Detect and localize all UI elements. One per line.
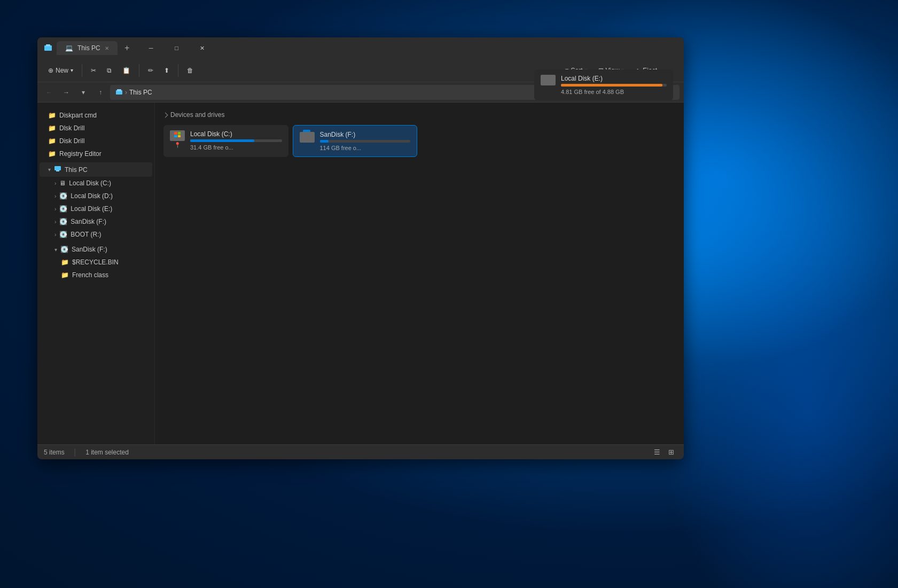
tab-pc-icon: 💻 <box>65 44 73 52</box>
drive-c-space: 31.4 GB free o... <box>190 144 282 151</box>
dropdown-button[interactable]: ▾ <box>76 85 91 100</box>
view-icons: ☰ ⊞ <box>651 446 677 459</box>
drive-f-space: 114 GB free o... <box>320 145 411 151</box>
sidebar-item-this-pc[interactable]: ▾ This PC <box>40 162 152 177</box>
dropdown-icon: ▾ <box>82 89 85 96</box>
cut-button[interactable]: ✂ <box>87 64 100 77</box>
sidebar-item-french-class[interactable]: 📁 French class <box>40 269 152 281</box>
share-icon: ⬆ <box>164 67 169 74</box>
up-button[interactable]: ↑ <box>93 85 108 100</box>
tab-label: This PC <box>77 44 100 52</box>
sidebar-item-local-e[interactable]: › 💽 Local Disk (E:) <box>40 202 152 215</box>
title-bar-icon <box>44 44 52 52</box>
delete-button[interactable]: 🗑 <box>183 64 198 77</box>
new-dropdown-icon: ▾ <box>71 67 73 73</box>
sidebar-item-label: SanDisk (F:) <box>71 218 106 225</box>
sidebar-item-boot-r[interactable]: › 💽 BOOT (R:) <box>40 228 152 241</box>
sandisk-expanded-section: ▾ 💽 SanDisk (F:) 📁 $RECYCLE.BIN 📁 French… <box>37 243 154 281</box>
devices-section-label: Devices and drives <box>170 111 224 119</box>
expand-icon: › <box>54 181 56 186</box>
drive-icon: 💽 <box>59 218 67 225</box>
new-icon: ⊕ <box>48 67 53 74</box>
sidebar-item-diskpart[interactable]: 📁 Diskpart cmd <box>40 109 152 122</box>
drive-icon: 💽 <box>60 246 68 253</box>
svg-rect-3 <box>117 89 121 91</box>
cut-icon: ✂ <box>91 67 96 74</box>
drive-f-name: SanDisk (F:) <box>320 131 411 138</box>
drive-c-name: Local Disk (C:) <box>190 130 282 138</box>
toolbar-sep2 <box>139 64 139 77</box>
sidebar-item-registry[interactable]: 📁 Registry Editor <box>40 147 152 160</box>
paste-button[interactable]: 📋 <box>118 64 135 77</box>
drive-c-icon-area: 📍 <box>170 130 185 148</box>
drive-f-icon-area: ✓ <box>300 131 315 143</box>
expand-icon: ▾ <box>54 247 57 253</box>
drive-item-c[interactable]: 📍 Local Disk (C:) 31.4 GB free o... <box>163 125 288 157</box>
svg-rect-5 <box>56 170 59 171</box>
sidebar-item-label: $RECYCLE.BIN <box>72 258 119 266</box>
list-view-button[interactable]: ☰ <box>651 446 663 459</box>
copy-button[interactable]: ⧉ <box>103 64 116 77</box>
sidebar-item-label: French class <box>72 271 108 279</box>
share-button[interactable]: ⬆ <box>160 64 174 77</box>
sidebar: 📁 Diskpart cmd 📁 Dlsk Drill 📁 Disk Drill… <box>37 103 155 444</box>
sidebar-item-dlsk[interactable]: 📁 Dlsk Drill <box>40 122 152 135</box>
sidebar-item-label: SanDisk (F:) <box>72 246 107 253</box>
back-button[interactable]: ← <box>42 85 57 100</box>
paste-icon: 📋 <box>122 67 130 74</box>
sidebar-item-diskdrill[interactable]: 📁 Disk Drill <box>40 135 152 147</box>
content-area: Devices and drives <box>155 103 684 444</box>
close-button[interactable]: ✕ <box>190 40 215 57</box>
sidebar-item-label: Disk Drill <box>59 137 84 145</box>
drive-f-info: SanDisk (F:) 114 GB free o... <box>320 131 411 151</box>
folder-icon: 📁 <box>48 150 56 158</box>
folder-icon: 📁 <box>48 137 56 145</box>
new-button[interactable]: ⊕ New ▾ <box>44 64 77 77</box>
sidebar-item-label: Local Disk (C:) <box>69 179 111 187</box>
grid-view-icon: ⊞ <box>668 448 674 456</box>
main-area: 📁 Diskpart cmd 📁 Dlsk Drill 📁 Disk Drill… <box>37 103 684 444</box>
item-count: 5 items <box>44 449 65 456</box>
this-pc-section: ▾ This PC › 🖥 Local Disk (C:) › <box>37 162 154 241</box>
window-controls: ─ □ ✕ <box>139 40 215 57</box>
expand-icon: ▾ <box>48 167 51 173</box>
sidebar-item-label: Dlsk Drill <box>59 124 84 132</box>
delete-icon: 🗑 <box>187 67 193 74</box>
breadcrumb-pc-icon <box>115 88 123 96</box>
sidebar-item-local-d[interactable]: › 💽 Local Disk (D:) <box>40 190 152 202</box>
expand-icon: › <box>54 232 56 238</box>
drive-item-f[interactable]: ✓ SanDisk (F:) 114 GB free o... <box>293 125 418 157</box>
sidebar-item-sandisk-f[interactable]: › 💽 SanDisk (F:) <box>40 215 152 228</box>
drive-c-label-icon: 📍 <box>174 142 181 148</box>
sidebar-item-label: Local Disk (E:) <box>71 205 112 213</box>
grid-view-button[interactable]: ⊞ <box>665 446 677 459</box>
explorer-tab[interactable]: 💻 This PC ✕ <box>57 41 118 55</box>
status-bar: 5 items │ 1 item selected ☰ ⊞ <box>37 444 684 459</box>
expand-icon: › <box>54 193 56 199</box>
drive-icon: 💽 <box>59 231 67 238</box>
breadcrumb[interactable]: › This PC <box>110 85 560 100</box>
drive-icon: 💽 <box>59 205 67 213</box>
minimize-button[interactable]: ─ <box>139 40 163 57</box>
svg-rect-4 <box>54 166 61 170</box>
selected-count: 1 item selected <box>85 449 129 456</box>
new-tab-button[interactable]: + <box>120 41 135 56</box>
sidebar-item-sandisk-f-expanded[interactable]: ▾ 💽 SanDisk (F:) <box>40 243 152 256</box>
explorer-window: 💻 This PC ✕ + ─ □ ✕ ⊕ New ▾ ✂ ⧉ 📋 <box>37 37 684 459</box>
rename-button[interactable]: ✏ <box>144 64 158 77</box>
up-icon: ↑ <box>99 89 102 96</box>
drives-grid: 📍 Local Disk (C:) 31.4 GB free o... <box>163 125 675 157</box>
drive-icon: 🖥 <box>59 179 66 187</box>
sidebar-item-label: Diskpart cmd <box>59 112 97 119</box>
rename-icon: ✏ <box>148 67 153 74</box>
breadcrumb-sep: › <box>125 89 127 96</box>
sidebar-item-recycle-bin[interactable]: 📁 $RECYCLE.BIN <box>40 256 152 269</box>
tab-close-icon[interactable]: ✕ <box>105 45 109 51</box>
back-icon: ← <box>46 89 52 96</box>
toolbar-sep1 <box>82 64 82 77</box>
pc-icon <box>54 165 61 174</box>
forward-icon: → <box>63 89 69 96</box>
maximize-button[interactable]: □ <box>165 40 189 57</box>
forward-button[interactable]: → <box>59 85 74 100</box>
sidebar-item-local-c[interactable]: › 🖥 Local Disk (C:) <box>40 177 152 190</box>
